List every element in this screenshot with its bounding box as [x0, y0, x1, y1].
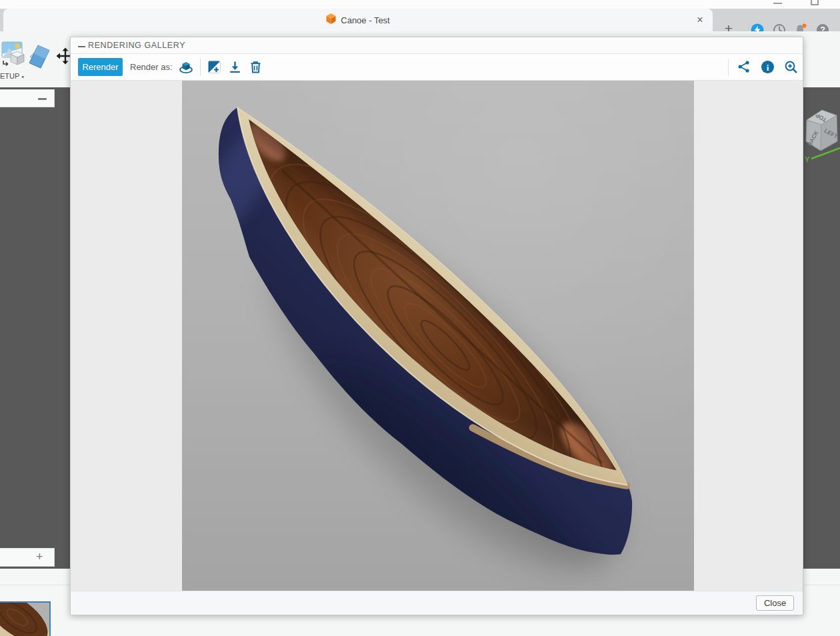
setup-menu[interactable]: ETUP ▾: [0, 72, 24, 80]
rerender-button[interactable]: Rerender: [78, 58, 123, 76]
dialog-toolbar: Rerender Render as:: [71, 54, 803, 81]
document-tab[interactable]: Canoe - Test ×: [3, 9, 713, 31]
dialog-footer: Close: [71, 591, 803, 615]
delete-render-icon[interactable]: [249, 60, 263, 75]
dialog-header: RENDERING GALLERY: [71, 37, 803, 54]
dialog-toolbar-right: i: [728, 59, 799, 76]
in-canvas-render-icon[interactable]: [29, 44, 51, 72]
browser-collapse-bar[interactable]: [0, 89, 55, 107]
dialog-title: RENDERING GALLERY: [88, 37, 185, 53]
y-axis-label: Y: [805, 155, 810, 163]
render-as-label: Render as:: [130, 62, 173, 72]
setup-caret-icon: ▾: [21, 74, 24, 80]
render-thumbnail-selected[interactable]: [0, 601, 51, 636]
tab-bar: Canoe - Test × + ?: [0, 9, 840, 31]
canoe-render-image: [182, 81, 694, 591]
document-cube-icon: [326, 13, 336, 27]
browser-add-bar[interactable]: +: [0, 548, 55, 567]
zoom-in-icon[interactable]: [784, 60, 799, 75]
browser-collapse-icon[interactable]: [38, 98, 47, 100]
fusion360-window: Canoe - Test × + ?: [0, 0, 840, 636]
browser-add-icon[interactable]: +: [36, 550, 43, 564]
download-render-icon[interactable]: [228, 60, 243, 75]
render-turntable-icon[interactable]: [179, 60, 193, 75]
info-glyph: i: [767, 62, 769, 72]
viewcube[interactable]: TOP BACK LEFT Y: [803, 93, 840, 176]
minimize-icon: [78, 46, 85, 47]
close-button[interactable]: Close: [756, 595, 794, 611]
window-restore-icon[interactable]: [811, 0, 819, 5]
document-tab-title: Canoe - Test: [341, 15, 389, 25]
window-minimize-icon[interactable]: [773, 3, 782, 4]
rendering-gallery-dialog: RENDERING GALLERY Rerender Render as:: [70, 37, 803, 615]
toolbar-divider: [200, 59, 201, 76]
setup-menu-label: ETUP: [0, 72, 19, 80]
dialog-minimize-button[interactable]: [73, 39, 86, 52]
window-title-strip: [0, 0, 840, 9]
y-axis-line: [811, 148, 840, 159]
render-canvas-icon[interactable]: [207, 60, 222, 75]
tab-close-icon[interactable]: ×: [694, 14, 706, 26]
render-view-area: [71, 81, 803, 591]
render-scene-settings-icon[interactable]: [1, 40, 28, 72]
toolbar-divider: [728, 59, 729, 76]
render-info-icon[interactable]: i: [761, 60, 775, 75]
share-render-icon[interactable]: [737, 60, 752, 75]
